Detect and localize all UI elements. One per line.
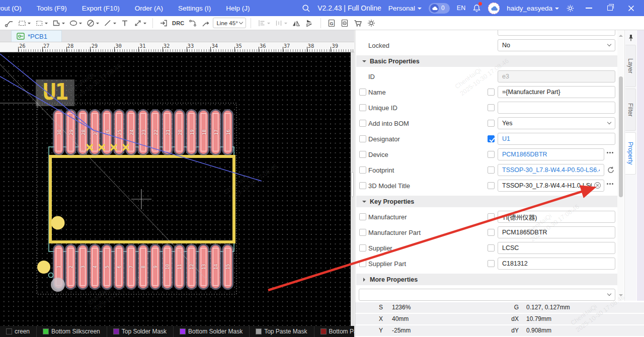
search-icon[interactable] <box>302 4 310 13</box>
line-tool[interactable] <box>102 17 118 29</box>
name-value-checkbox[interactable] <box>488 89 495 96</box>
section-more-properties[interactable]: More Properties <box>356 274 621 285</box>
layer-tab[interactable]: Bottom Paste Mask <box>314 326 354 337</box>
rect-select-tool[interactable] <box>16 17 32 29</box>
add-bom-left-checkbox[interactable] <box>359 120 366 127</box>
dashed-rect-tool[interactable] <box>33 17 49 29</box>
net-wire-tool[interactable] <box>187 17 199 29</box>
menu-item[interactable]: Tools (F9) <box>37 5 67 12</box>
device-more-button[interactable] <box>607 152 613 153</box>
footprint-left-checkbox[interactable] <box>359 166 366 174</box>
add-bom-value-checkbox[interactable] <box>488 120 495 127</box>
footprint-refresh-icon[interactable] <box>607 166 615 174</box>
supplier-part-value-checkbox[interactable] <box>488 260 495 267</box>
model3d-left-checkbox[interactable] <box>359 182 366 189</box>
manufacturer-part-input[interactable] <box>498 226 615 238</box>
manufacturer-left-checkbox[interactable] <box>359 213 366 220</box>
drc-check-button[interactable]: DRC <box>171 17 186 29</box>
model3d-value-checkbox[interactable] <box>488 182 495 189</box>
designator-input[interactable] <box>498 133 615 145</box>
menu-item[interactable]: Settings (I) <box>178 5 211 12</box>
side-tab-layer[interactable]: Layer <box>625 45 636 87</box>
panel-vertical-scrollbar[interactable] <box>617 30 624 301</box>
menu-item[interactable]: Order (A) <box>135 5 163 12</box>
device-input[interactable] <box>498 148 604 160</box>
toolbar-settings-gear-icon[interactable] <box>365 17 377 29</box>
probe-pin-tool[interactable] <box>3 17 15 29</box>
side-tab-filter[interactable]: Filter <box>625 89 636 131</box>
device-left-checkbox[interactable] <box>359 151 366 158</box>
scroll-down-arrow[interactable] <box>619 294 623 298</box>
minimize-button[interactable] <box>582 0 596 16</box>
keepout-circle-tool[interactable] <box>85 17 101 29</box>
track-route-tool[interactable] <box>200 17 212 29</box>
menu-item[interactable]: Help (J) <box>226 5 250 12</box>
name-input[interactable] <box>498 86 615 98</box>
user-avatar[interactable] <box>488 3 500 14</box>
scrollbar-thumb[interactable] <box>351 172 354 197</box>
section-key-properties[interactable]: Key Properties <box>356 196 621 207</box>
manufacturer-input[interactable] <box>498 211 615 223</box>
designator-left-checkbox[interactable] <box>359 135 366 142</box>
tab-pcb1[interactable]: *PCB1 <box>11 30 62 42</box>
manufacturer-part-value-checkbox[interactable] <box>488 229 495 236</box>
workspace-selector[interactable]: Personal <box>388 5 422 12</box>
pin-icon[interactable] <box>628 34 634 42</box>
close-button[interactable] <box>624 0 638 16</box>
manufacturer-part-left-checkbox[interactable] <box>359 229 366 236</box>
text-tool[interactable] <box>119 17 131 29</box>
gerber-export-button[interactable]: G <box>326 17 338 29</box>
footprint-value-checkbox[interactable] <box>488 166 495 174</box>
unique-id-input[interactable] <box>498 102 615 114</box>
scrollbar-thumb[interactable] <box>619 76 623 197</box>
canvas-vertical-scrollbar[interactable] <box>351 52 354 326</box>
manufacturer-value-checkbox[interactable] <box>488 213 495 220</box>
pcb-preview-button[interactable] <box>339 17 351 29</box>
import-footprint-tool[interactable] <box>157 17 170 29</box>
scroll-up-arrow[interactable] <box>619 33 623 37</box>
cloud-sync-status[interactable]: 0 <box>429 3 450 14</box>
scrolled-off-input[interactable] <box>498 30 615 36</box>
account-menu[interactable]: haidy_easyeda <box>507 5 559 12</box>
model3d-more-button[interactable] <box>607 183 613 185</box>
supplier-input[interactable] <box>498 242 615 254</box>
model3d-input[interactable] <box>498 180 604 192</box>
line-mode-select[interactable]: Line 45° <box>213 18 246 28</box>
pcb-canvas[interactable]: U1 302928272625242322212019181716 123456… <box>0 52 354 326</box>
unique-id-value-checkbox[interactable] <box>488 104 495 111</box>
menu-item[interactable]: Export (F10) <box>82 5 120 12</box>
device-value-checkbox[interactable] <box>488 151 495 158</box>
settings-gear-icon[interactable] <box>566 4 575 13</box>
side-tab-property[interactable]: Property <box>625 132 636 175</box>
notifications-bell-icon[interactable] <box>472 4 481 13</box>
name-left-checkbox[interactable] <box>359 89 366 96</box>
menu-item[interactable]: yout (O) <box>0 5 22 12</box>
flip-vertical-tool[interactable] <box>303 17 316 29</box>
ellipse-tool[interactable] <box>67 17 84 29</box>
designator-value-checkbox[interactable] <box>488 135 495 142</box>
polygon-tool[interactable] <box>50 17 66 29</box>
flip-horizontal-tool[interactable] <box>290 17 302 29</box>
bottom-empty-select[interactable] <box>359 289 615 301</box>
add-bom-select[interactable]: Yes <box>498 117 615 129</box>
unique-id-left-checkbox[interactable] <box>359 104 366 111</box>
dimension-tool[interactable] <box>132 17 148 29</box>
restore-button[interactable] <box>603 0 617 16</box>
layer-tab[interactable]: Bottom Solder Mask <box>174 326 250 337</box>
layer-tab[interactable]: Bottom Silkscreen <box>37 326 107 337</box>
layer-tab[interactable]: Top Solder Mask <box>107 326 174 337</box>
align-tool[interactable] <box>256 17 272 29</box>
model3d-clear-icon[interactable] <box>594 182 601 189</box>
supplier-part-left-checkbox[interactable] <box>359 260 366 267</box>
supplier-value-checkbox[interactable] <box>488 244 495 251</box>
locked-select[interactable]: No <box>498 39 615 51</box>
layer-tab[interactable]: creen <box>0 326 37 337</box>
language-selector[interactable]: EN <box>457 5 465 12</box>
section-basic-properties[interactable]: Basic Properties <box>356 55 621 67</box>
footprint-input[interactable] <box>498 164 604 176</box>
distribute-tool[interactable] <box>273 17 289 29</box>
layer-tab[interactable]: Top Paste Mask <box>250 326 314 337</box>
supplier-part-input[interactable] <box>498 258 615 270</box>
supplier-left-checkbox[interactable] <box>359 244 366 251</box>
order-cart-icon[interactable] <box>352 17 364 29</box>
